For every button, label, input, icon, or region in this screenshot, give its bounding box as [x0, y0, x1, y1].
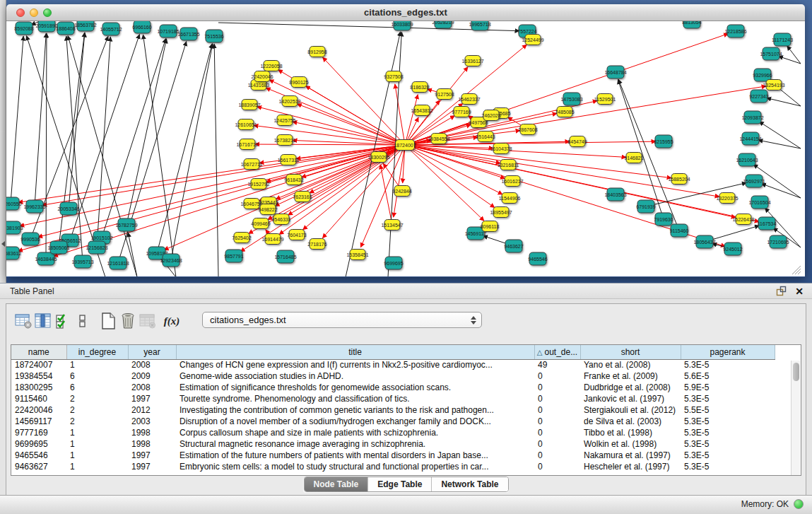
graph-edge[interactable]	[778, 56, 801, 64]
graph-edge[interactable]	[214, 44, 218, 276]
table-cell[interactable]: 6	[66, 382, 128, 393]
graph-edge[interactable]	[405, 145, 502, 194]
table-cell[interactable]: 9463627	[11, 461, 66, 472]
table-cell[interactable]: 18300295	[11, 382, 66, 393]
table-cell[interactable]: 1997	[128, 450, 176, 461]
table-cell[interactable]: 6	[66, 370, 128, 382]
table-cell[interactable]: 0	[534, 461, 580, 472]
column-header-name[interactable]: name	[11, 345, 66, 359]
table-cell[interactable]: 5.5E-5	[681, 404, 775, 416]
table-cell[interactable]: 1	[66, 438, 128, 450]
column-header-in_degree[interactable]: in_degree	[66, 345, 128, 359]
table-cell[interactable]: 1	[66, 461, 128, 472]
table-cell[interactable]: Investigating the contribution of common…	[176, 404, 534, 416]
graph-edge[interactable]	[323, 57, 405, 145]
table-cell[interactable]: 0	[534, 382, 580, 393]
collapsed-splitter[interactable]	[0, 0, 6, 283]
table-row[interactable]: 977716911998Corpus callosum shape and si…	[11, 427, 775, 438]
table-cell[interactable]: 2008	[128, 382, 176, 393]
table-cell[interactable]: 1	[66, 427, 128, 438]
table-cell[interactable]: 1	[66, 359, 128, 370]
table-cell[interactable]: Embryonic stem cells: a model to study s…	[176, 461, 534, 472]
table-cell[interactable]: Estimation of the future numbers of pati…	[176, 450, 534, 461]
table-row[interactable]: 1938455462009Genome-wide association stu…	[11, 370, 775, 382]
table-cell[interactable]: 1997	[128, 393, 176, 404]
window-resize-grip[interactable]	[792, 266, 801, 274]
new-column-icon[interactable]	[98, 312, 118, 330]
column-header-year[interactable]: year	[128, 345, 176, 359]
table-cell[interactable]: 5.3E-5	[681, 461, 775, 472]
table-cell[interactable]: 9465546	[11, 450, 66, 461]
table-cell[interactable]: Tourette syndrome. Phenomenology and cla…	[176, 393, 534, 404]
table-cell[interactable]: 5.3E-5	[681, 359, 775, 370]
table-cell[interactable]: 2	[66, 416, 128, 427]
table-row[interactable]: 2242004622012Investigating the contribut…	[11, 404, 775, 416]
table-cell[interactable]: Tibbo et al. (1998)	[580, 427, 681, 438]
table-cell[interactable]: Wolkin et al. (1998)	[580, 438, 681, 450]
table-cell[interactable]: 0	[534, 450, 580, 461]
table-cell[interactable]: Franke et al. (2009)	[580, 370, 681, 382]
table-cell[interactable]: 0	[534, 416, 580, 427]
function-builder-icon[interactable]: f(x)	[162, 312, 182, 330]
table-cell[interactable]: 1	[66, 450, 128, 461]
tab-node-table[interactable]: Node Table	[304, 477, 367, 491]
graph-edge[interactable]	[35, 33, 46, 206]
tab-edge-table[interactable]: Edge Table	[367, 477, 431, 491]
column-header-out_de[interactable]: △out_de...	[534, 345, 580, 359]
select-column-icon[interactable]	[33, 312, 53, 330]
table-cell[interactable]: 5.3E-5	[681, 427, 775, 438]
table-vertical-scrollbar[interactable]	[791, 361, 800, 475]
column-header-pagerank[interactable]: pagerank	[681, 345, 775, 359]
table-cell[interactable]: Yano et al. (2008)	[580, 359, 681, 370]
table-cell[interactable]: 5.9E-5	[681, 382, 775, 393]
table-cell[interactable]: 1998	[128, 427, 176, 438]
graph-edge[interactable]	[297, 104, 405, 145]
table-cell[interactable]: 5.6E-5	[681, 370, 775, 382]
table-cell[interactable]: 18724007	[11, 359, 66, 370]
scrollbar-thumb[interactable]	[793, 363, 799, 381]
table-settings-icon[interactable]	[13, 312, 33, 330]
table-cell[interactable]: 0	[534, 438, 580, 450]
column-header-short[interactable]: short	[580, 345, 681, 359]
network-window-titlebar[interactable]: citations_edges.txt	[6, 4, 805, 21]
table-row[interactable]: 1456911722003Disruption of a novel membe…	[11, 416, 775, 427]
table-cell[interactable]: 49	[534, 359, 580, 370]
table-cell[interactable]: 0	[534, 404, 580, 416]
graph-edge[interactable]	[293, 122, 405, 145]
graph-edge[interactable]	[787, 46, 801, 64]
table-cell[interactable]: 5.3E-5	[681, 438, 775, 450]
table-cell[interactable]: 2	[66, 404, 128, 416]
table-cell[interactable]: 2	[66, 393, 128, 404]
graph-edge[interactable]	[42, 145, 405, 205]
table-cell[interactable]: 0	[534, 370, 580, 382]
graph-edge[interactable]	[171, 44, 213, 260]
table-cell[interactable]: Changes of HCN gene expression and I(f) …	[176, 359, 534, 370]
attribute-table[interactable]: namein_degreeyeartitle△out_de...shortpag…	[11, 344, 801, 476]
graph-edge[interactable]	[46, 33, 47, 259]
table-cell[interactable]: 2008	[128, 359, 176, 370]
table-cell[interactable]: de Silva et al. (2003)	[580, 416, 681, 427]
table-cell[interactable]: 22420046	[11, 404, 66, 416]
table-cell[interactable]: 2003	[128, 416, 176, 427]
graph-edge[interactable]	[405, 145, 719, 197]
tab-network-table[interactable]: Network Table	[431, 477, 507, 491]
table-selector-dropdown[interactable]: citations_edges.txt	[202, 312, 482, 328]
graph-edge[interactable]	[126, 39, 167, 225]
table-row[interactable]: 911546021997Tourette syndrome. Phenomeno…	[11, 393, 775, 404]
graph-edge[interactable]	[157, 44, 212, 253]
table-cell[interactable]: 2012	[128, 404, 176, 416]
table-cell[interactable]: 19384554	[11, 370, 66, 382]
float-panel-icon[interactable]	[776, 286, 787, 296]
table-cell[interactable]: 5.3E-5	[681, 450, 775, 461]
table-row[interactable]: 1830029562008Estimation of significance …	[11, 382, 775, 393]
table-cell[interactable]: 9699695	[11, 438, 66, 450]
table-row[interactable]: 969969511998Structural magnetic resonanc…	[11, 438, 775, 450]
graph-edge[interactable]	[11, 36, 23, 204]
table-cell[interactable]: 5.3E-5	[681, 416, 775, 427]
graph-edge[interactable]	[761, 184, 801, 198]
table-cell[interactable]: Hescheler et al. (1997)	[580, 461, 681, 472]
graph-edge[interactable]	[618, 79, 664, 219]
table-cell[interactable]: Dudbridge et al. (2008)	[580, 382, 681, 393]
graph-edge[interactable]	[405, 145, 759, 222]
table-cell[interactable]: Estimation of significance thresholds fo…	[176, 382, 534, 393]
